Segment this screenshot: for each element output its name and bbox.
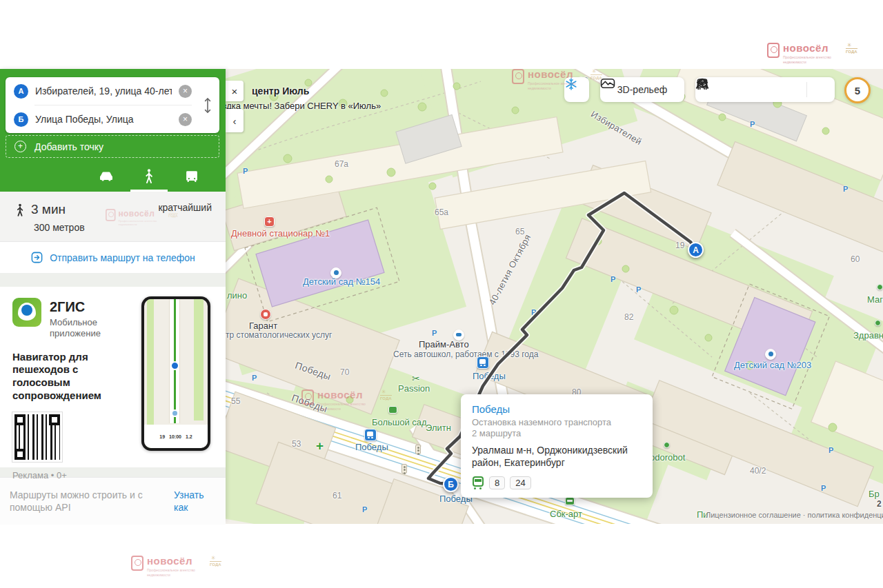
route-header: А Избирателей, 19, улица 40-летия × Б Ул… [0, 69, 226, 192]
watermark-novosel: новосёл Профессиональное агентство недви… [512, 69, 602, 90]
novosel-icon [131, 556, 143, 571]
route-marker-b[interactable]: Б [443, 476, 459, 492]
map-layers-toolbar [695, 77, 835, 102]
route-input-a[interactable]: Избирателей, 19, улица 40-летия [35, 85, 172, 97]
swap-points-button[interactable] [201, 94, 215, 117]
relief-icon [600, 77, 615, 90]
layers-button[interactable] [807, 77, 835, 102]
novosel-icon [512, 69, 524, 84]
popup-routes-count: 2 маршрута [472, 428, 642, 438]
qr-code [12, 412, 62, 462]
traffic-score-button[interactable]: 5 [844, 77, 871, 103]
promo-headline: Навигатор для пешеходов с голосовым сопр… [12, 351, 137, 403]
route-input-b-row: Б Улица Победы, Улица × [6, 105, 219, 133]
plus-icon: + [14, 141, 26, 152]
watermark-novosel: новосёл Профессиональное агентство недви… [767, 43, 857, 64]
route-panel: А Избирателей, 19, улица 40-летия × Б Ул… [0, 69, 226, 520]
promo-ad-label: Реклама • 0+ [12, 470, 213, 480]
relief-label: 3D-рельеф [617, 84, 667, 95]
tab-mode-walk[interactable] [128, 161, 170, 192]
send-to-phone-icon [30, 251, 43, 264]
bus-icon [184, 169, 199, 184]
route-marker-a[interactable]: А [688, 242, 704, 258]
tab-mode-transit[interactable] [170, 161, 213, 192]
route-input-a-row: А Избирателей, 19, улица 40-летия × [6, 77, 219, 105]
watermark-novosel: новосёл Профессиональное агентство недви… [106, 209, 177, 226]
ad-banner-title[interactable]: центр Июль [252, 85, 309, 97]
route-badge[interactable]: 8 [489, 476, 505, 489]
send-route-link[interactable]: Отправить маршрут на телефон [0, 241, 226, 273]
send-route-label: Отправить маршрут на телефон [50, 252, 195, 263]
api-note: Маршруты можно строить и с помощью API [10, 489, 167, 514]
tram-icon [472, 476, 484, 489]
pedestrian-icon [141, 168, 157, 185]
api-footer: Маршруты можно строить и с помощью API У… [0, 477, 226, 525]
transport-button[interactable] [779, 77, 806, 102]
add-point-button[interactable]: + Добавить точку [6, 135, 219, 158]
add-point-label: Добавить точку [34, 141, 103, 152]
app-subtitle: Мобильное приложение [50, 317, 126, 340]
route-time: 3 мин [31, 202, 66, 217]
route-inputs-card: А Избирателей, 19, улица 40-летия × Б Ул… [6, 77, 219, 133]
point-b-badge: Б [14, 112, 28, 127]
clear-b-button[interactable]: × [179, 113, 192, 126]
point-a-badge: А [14, 84, 28, 99]
novosel-icon [301, 389, 314, 405]
2gis-logo [12, 298, 41, 327]
tab-mode-car[interactable] [85, 161, 128, 192]
api-learn-link[interactable]: Узнать как [174, 489, 215, 514]
friends-button[interactable] [724, 77, 751, 102]
terrain-button[interactable] [751, 77, 779, 102]
novosel-icon [106, 209, 115, 221]
relief-3d-button[interactable]: 3D-рельеф [600, 77, 684, 102]
popup-address: Уралмаш м-н, Орджоникидзевский район, Ек… [472, 444, 642, 469]
novosel-icon [767, 43, 780, 58]
map-canvas[interactable]: Избирателей 40-летия Октября Победы Побе… [226, 69, 883, 524]
watermark-novosel: новосёл Профессиональное агентство недви… [301, 389, 392, 411]
route-mode-tabs [0, 161, 226, 192]
car-icon [98, 168, 115, 185]
watermark-novosel: новосёл Профессиональное агентство недви… [131, 556, 221, 577]
stop-popup: Победы Остановка наземного транспорта 2 … [461, 394, 653, 498]
popup-type: Остановка наземного транспорта [472, 417, 642, 427]
panel-collapse-button[interactable]: ‹ [226, 109, 244, 132]
app-name: 2ГИС [50, 299, 126, 315]
phone-mockup: 19 10:00 1.2 [141, 296, 210, 451]
banner-close-button[interactable]: × [226, 81, 244, 101]
route-input-b[interactable]: Улица Победы, Улица [35, 114, 172, 125]
route-badge[interactable]: 24 [510, 476, 530, 489]
swap-arrows-icon [202, 97, 213, 114]
app-promo-card[interactable]: 2ГИС Мобильное приложение Навигатор для … [0, 287, 226, 467]
phone-stats-bar: 19 10:00 1.2 [144, 425, 208, 448]
popup-title[interactable]: Победы [472, 403, 642, 415]
ad-banner-subtitle[interactable]: Поездка мечты! Забери CHERY в «Июль» [226, 101, 381, 111]
clear-a-button[interactable]: × [179, 85, 192, 98]
walk-icon [15, 203, 25, 218]
